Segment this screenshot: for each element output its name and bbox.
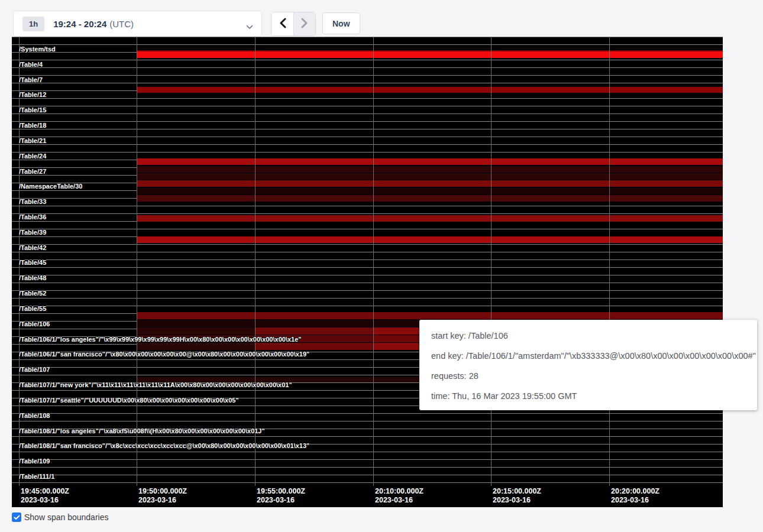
- heat-band: [137, 51, 723, 58]
- key-span-label: /Table/15: [19, 106, 46, 115]
- heat-band: [137, 87, 723, 93]
- key-span-label: /Table/111/1: [19, 473, 54, 481]
- time-axis-label: 20:10:00.000Z2023-03-16: [375, 486, 423, 505]
- time-axis-time: 19:55:00.000Z: [257, 486, 305, 496]
- time-axis-time: 20:20:00.000Z: [611, 486, 659, 496]
- heat-band: [137, 195, 723, 202]
- heat-band: [137, 312, 723, 319]
- key-span-label: /Table/21: [19, 137, 46, 145]
- chevron-left-icon: [279, 18, 286, 30]
- key-span-label: /Table/39: [19, 229, 46, 237]
- time-axis-time: 19:50:00.000Z: [138, 486, 187, 496]
- key-span-label: /Table/18: [19, 122, 46, 130]
- key-span-label: /Table/55: [19, 305, 46, 313]
- time-axis-date: 2023-03-16: [493, 496, 541, 505]
- key-span-label: /Table/48: [19, 274, 46, 283]
- time-axis-label: 19:50:00.000Z2023-03-16: [138, 486, 187, 505]
- key-span-label: /NamespaceTable/30: [19, 183, 82, 191]
- time-axis-date: 2023-03-16: [611, 496, 659, 505]
- tooltip-requests: requests: 28: [431, 366, 745, 386]
- key-span-label: /Table/108/1/"san francisco"/"\x8c\xcc\x…: [19, 442, 309, 450]
- heat-band: [137, 173, 723, 180]
- heat-band: [255, 327, 373, 335]
- chevron-down-icon: [246, 21, 253, 32]
- prev-interval-button[interactable]: [271, 12, 293, 35]
- key-span-label: /Table/109: [19, 458, 50, 466]
- tooltip-time: time: Thu, 16 Mar 2023 19:55:00 GMT: [431, 386, 745, 406]
- key-visualizer-canvas[interactable]: /System/tsd/Table/4/Table/7/Table/12/Tab…: [12, 37, 723, 507]
- heat-band: [137, 166, 723, 173]
- heat-band: [137, 327, 255, 335]
- time-preset-badge: 1h: [22, 17, 44, 31]
- key-span-label: /Table/12: [19, 91, 46, 99]
- time-nav-group: [271, 12, 316, 36]
- key-span-label: /Table/7: [19, 76, 43, 85]
- key-span-label: /Table/107/1/"new york"/"\x11\x11\x11\x1…: [19, 381, 292, 390]
- time-gridline: [491, 37, 492, 486]
- time-range-text: 19:24 - 20:24: [53, 19, 106, 29]
- key-span-label: /Table/107/1/"seattle"/"UUUUUUD\x00\x80\…: [19, 397, 239, 405]
- time-gridline: [255, 37, 256, 486]
- tooltip-start-key: start key: /Table/106: [431, 326, 745, 346]
- time-gridline: [609, 37, 610, 486]
- next-interval-button[interactable]: [293, 12, 315, 35]
- key-span-label: /Table/106/1/"san francisco"/"\x80\x00\x…: [19, 351, 309, 359]
- key-span-label: /Table/4: [19, 61, 43, 69]
- time-axis-time: 20:10:00.000Z: [375, 486, 423, 496]
- time-axis-date: 2023-03-16: [138, 496, 187, 505]
- time-axis-time: 20:15:00.000Z: [493, 486, 541, 496]
- key-span-label: /Table/36: [19, 213, 46, 222]
- key-span-label: /Table/106: [19, 320, 50, 329]
- span-boundary-lines: [12, 37, 723, 483]
- time-axis-date: 2023-03-16: [375, 496, 423, 505]
- key-span-label: /Table/108: [19, 412, 50, 420]
- time-axis-time: 19:45:00.000Z: [21, 486, 69, 496]
- time-axis-label: 20:20:00.000Z2023-03-16: [611, 486, 659, 505]
- chevron-right-icon: [301, 18, 308, 30]
- key-span-label: /Table/52: [19, 290, 46, 298]
- show-span-boundaries-label: Show span boundaries: [24, 512, 108, 522]
- time-axis-label: 20:15:00.000Z2023-03-16: [493, 486, 541, 505]
- heat-band: [137, 188, 723, 194]
- time-gridline: [373, 37, 374, 486]
- key-span-label: /Table/27: [19, 168, 46, 176]
- key-span-label: /Table/106/1/"los angeles"/"\x99\x99\x99…: [19, 336, 302, 344]
- time-axis-label: 19:45:00.000Z2023-03-16: [21, 486, 69, 505]
- heat-band: [137, 158, 723, 165]
- time-axis-label: 19:55:00.000Z2023-03-16: [257, 486, 305, 505]
- sample-tooltip: start key: /Table/106 end key: /Table/10…: [419, 320, 757, 410]
- key-span-label: /Table/45: [19, 259, 46, 267]
- footer-controls: Show span boundaries: [12, 512, 108, 522]
- time-axis-date: 2023-03-16: [21, 496, 69, 505]
- timezone-text: (UTC): [109, 19, 134, 29]
- key-span-label: /Table/33: [19, 198, 46, 206]
- tooltip-end-key: end key: /Table/106/1/"amsterdam"/"\xb33…: [431, 346, 745, 366]
- now-button[interactable]: Now: [322, 12, 360, 34]
- key-span-label: /Table/42: [19, 244, 46, 252]
- key-span-label: /Table/108/1/"los angeles"/"\xa8\xf5\u00…: [19, 427, 265, 436]
- time-gridline: [137, 37, 137, 486]
- show-span-boundaries-checkbox[interactable]: [12, 512, 21, 522]
- key-span-label: /System/tsd: [19, 46, 56, 54]
- toolbar: 1h 19:24 - 20:24 (UTC) Now: [0, 0, 763, 37]
- time-range-selector[interactable]: 1h 19:24 - 20:24 (UTC): [13, 11, 262, 37]
- heat-band: [137, 236, 723, 243]
- heat-band: [137, 215, 723, 222]
- key-span-label: /Table/107: [19, 366, 50, 374]
- key-span-label: /Table/24: [19, 153, 46, 161]
- time-axis-date: 2023-03-16: [257, 496, 305, 505]
- heat-band: [137, 180, 723, 187]
